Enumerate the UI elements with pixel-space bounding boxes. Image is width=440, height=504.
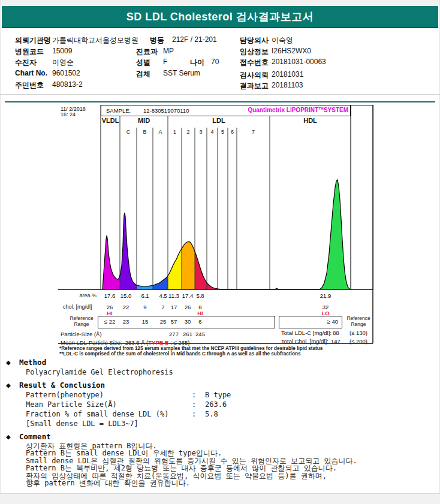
reference-range-value: 6 — [198, 318, 201, 325]
comment-heading: ◆Comment — [6, 432, 435, 441]
chart-no-label: Chart No. — [15, 69, 47, 77]
page-title: SD LDL Cholesterol 검사결과보고서 — [126, 10, 314, 24]
chol-value: 26 — [185, 304, 191, 310]
chol-flag: HI — [107, 310, 113, 316]
subband-4: 4 — [207, 129, 218, 135]
dept-label: 진료과 — [136, 47, 158, 57]
dept-value: MP — [163, 47, 174, 55]
particle-size-value: 245 — [195, 331, 205, 337]
subband-7: 7 — [237, 129, 270, 135]
resident-no-label: 주민번호 — [15, 80, 44, 90]
ref-label-right-1: Reference — [345, 315, 372, 321]
sex-label: 성별 — [136, 58, 150, 68]
chol-flag: HI — [197, 310, 203, 316]
area-percent-value: 21.9 — [320, 292, 331, 299]
age-label: 나이 — [190, 58, 204, 68]
request-value: 20181031 — [272, 70, 303, 79]
total-ldl-value: 88 — [333, 330, 339, 336]
area-row-label: area.% — [69, 292, 97, 298]
reference-range-value: 30 — [185, 318, 191, 325]
sample-label: SAMPLE: — [106, 107, 131, 114]
method-heading: ◆Method — [6, 358, 435, 367]
chol-value: 17 — [171, 304, 177, 310]
org-label: 의뢰기관명 — [15, 35, 51, 46]
area-percent-value: 11.3 — [168, 292, 179, 299]
pattern-value: B type — [205, 391, 231, 400]
comment-line: 향후 pattern 변화에 대한 확인을 권유합니다. — [26, 479, 435, 487]
comment-line: Pattern B는 small dense LDL이 우세한 type입니다. — [26, 449, 435, 457]
subband-c: C — [120, 129, 137, 135]
divider-line-teal — [5, 101, 435, 102]
result-heading: ◆Result & Conclusion — [6, 381, 435, 390]
patient-info: 의뢰기관명 가톨릭대학교서울성모병원 병동 212F / 21-201 담당의사… — [12, 33, 435, 96]
chol-value: 22 — [123, 304, 129, 310]
reference-range-value: ≤ 22 — [104, 318, 115, 325]
total-chol-value: 147 — [331, 338, 340, 345]
band-hdl: HDL — [270, 117, 351, 125]
total-chol-label: Total Chol. [mg/dl]: — [281, 338, 329, 345]
particle-size-value: 261 — [183, 331, 192, 337]
subband-a: A — [153, 129, 168, 135]
patient-name-label: 수진자 — [15, 58, 37, 68]
total-ldl-ref: (≤ 130) — [349, 330, 367, 336]
bottom-window-strip — [0, 493, 440, 504]
particle-row-label: Particle-Size (Å) — [61, 331, 102, 337]
ref-label-right-2: Range — [345, 321, 372, 327]
hospital-code-value: 15009 — [52, 47, 72, 55]
band-vldl: VLDL — [101, 117, 120, 125]
result-row-pattern: Pattern(phenotype) : B type — [26, 391, 435, 400]
diamond-bullet: ◆ — [6, 432, 19, 441]
subband-1: 1 — [168, 129, 182, 135]
ward-value: 212F / 21-201 — [172, 35, 217, 44]
ward-label: 병동 — [150, 35, 164, 46]
type-b-flag: TYPE B — [148, 339, 168, 346]
specimen-value: SST Serum — [163, 69, 200, 77]
hdl-ref-value: ≥ 40 — [327, 318, 338, 325]
subband-6: 6 — [228, 129, 237, 135]
request-label: 검사의뢰 — [240, 70, 269, 80]
particle-size-value: 277 — [169, 331, 179, 337]
ref-row-label-1: Reference — [67, 315, 97, 321]
fraction-value: 5.8 — [205, 410, 218, 419]
band-mid: MID — [120, 117, 168, 125]
doctor-label: 담당의사 — [240, 35, 269, 46]
ref-row-label-2: Range — [67, 321, 97, 327]
lipoprint-chart: 11/ 2/2018 16: 24 SAMPLE: 12-83051907011… — [58, 105, 376, 358]
chart-no-value: 9601502 — [52, 69, 80, 77]
left-edge — [0, 0, 1, 504]
reference-range-value: 15 — [142, 318, 149, 325]
total-ldl-label: Total LDL-C [mg/dl]: — [281, 330, 331, 336]
clinical-label: 임상정보 — [240, 47, 269, 57]
diamond-bullet: ◆ — [6, 358, 19, 367]
diamond-bullet: ◆ — [6, 381, 19, 390]
subband-2: 2 — [182, 129, 195, 135]
result-row-fraction: Fraction % of small dense LDL (%) : 5.8 — [26, 410, 435, 420]
band-ldl: LDL — [168, 117, 270, 125]
result-row-mean-size: Mean Particle Size(Å) : 263.6 — [26, 400, 435, 410]
scan-time: 16: 24 — [61, 111, 76, 117]
total-chol-ref: (≤ 200) — [349, 338, 367, 345]
chol-value: 9 — [143, 304, 146, 310]
sample-box: SAMPLE: 12-830519070110 Quantimetrix LIP… — [101, 105, 351, 116]
org-value: 가톨릭대학교서울성모병원 — [52, 35, 138, 46]
sex-value: F — [163, 58, 167, 66]
patient-name-value: 이영순 — [52, 58, 74, 68]
receipt-value: 20181031-00063 — [272, 58, 326, 66]
reference-range-value: 23 — [123, 318, 129, 325]
divider-line — [0, 94, 440, 95]
subband-3: 3 — [195, 129, 207, 135]
area-percent-value: 6.1 — [141, 292, 149, 299]
result-body: Pattern(phenotype) : B type Mean Particl… — [26, 391, 435, 428]
chol-flag: LO — [321, 310, 329, 316]
comment-body: 상기환자 표현형은 pattern B입니다. Pattern B는 small… — [26, 442, 435, 487]
mean-size-value: 263.6 — [205, 400, 227, 409]
report-sections: ◆Method Polyacrylamide Gel Electrophores… — [6, 358, 435, 490]
area-percent-value: 17.6 — [104, 292, 116, 299]
age-value: 70 — [211, 58, 219, 66]
clinical-value: I26HS2WX0 — [272, 47, 311, 55]
subband-5: 5 — [218, 129, 228, 135]
report-title-bar: SD LDL Cholesterol 검사결과보고서 — [2, 6, 438, 28]
chart-right-cell — [351, 105, 373, 290]
area-percent-value: 17.4 — [182, 292, 194, 299]
report-date-value: 20181103 — [272, 81, 303, 89]
